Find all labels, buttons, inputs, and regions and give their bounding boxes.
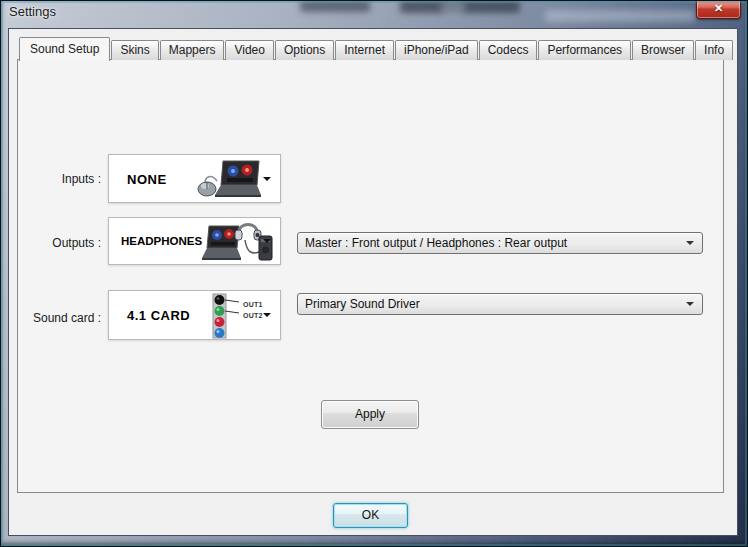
dropdown-arrow-icon [263, 313, 271, 317]
output-routing-value: Master : Front output / Headphones : Rea… [305, 236, 567, 250]
sound-card-label: Sound card : [18, 311, 101, 325]
tab-internet[interactable]: Internet [335, 40, 394, 60]
tab-sound-setup[interactable]: Sound Setup [19, 37, 110, 61]
close-icon: ✕ [714, 2, 723, 14]
outputs-label: Outputs : [18, 236, 101, 250]
sound-driver-value: Primary Sound Driver [305, 297, 420, 311]
mouse-laptop-icon [197, 159, 263, 201]
sound-card-selector[interactable]: 4.1 CARD OUT1 OUT2 [108, 290, 281, 340]
settings-tab-control: Sound Setup Skins Mappers Video Options … [17, 36, 724, 493]
tab-options[interactable]: Options [275, 40, 334, 60]
tab-info[interactable]: Info [695, 40, 733, 60]
inputs-label: Inputs : [18, 172, 101, 186]
tab-video[interactable]: Video [225, 40, 273, 60]
sound-driver-combobox[interactable]: Primary Sound Driver [297, 293, 703, 315]
inputs-selected-value: NONE [127, 171, 167, 186]
tab-skins[interactable]: Skins [111, 40, 158, 60]
tab-iphone-ipad[interactable]: iPhone/iPad [395, 40, 478, 60]
tab-browser[interactable]: Browser [632, 40, 694, 60]
window-title: Settings [9, 4, 56, 19]
sound-card-selected-value: 4.1 CARD [127, 308, 190, 323]
tab-strip: Sound Setup Skins Mappers Video Options … [17, 36, 724, 60]
dropdown-arrow-icon [263, 177, 271, 181]
dialog-client-area: Sound Setup Skins Mappers Video Options … [8, 28, 738, 536]
settings-window: Settings ✕ Sound Setup Skins Mappers Vid… [0, 0, 748, 547]
close-button[interactable]: ✕ [696, 0, 741, 19]
output-routing-combobox[interactable]: Master : Front output / Headphones : Rea… [297, 232, 703, 254]
outputs-selected-value: HEADPHONES [121, 235, 202, 247]
dropdown-arrow-icon [686, 302, 694, 306]
inputs-device-selector[interactable]: NONE [108, 154, 281, 203]
dropdown-arrow-icon [686, 241, 694, 245]
sound-setup-page: Inputs : Outputs : Sound card : NONE [17, 59, 724, 493]
apply-button[interactable]: Apply [321, 400, 419, 429]
tab-codecs[interactable]: Codecs [479, 40, 538, 60]
outputs-device-selector[interactable]: HEADPHONES [108, 217, 281, 265]
tab-mappers[interactable]: Mappers [160, 40, 225, 60]
titlebar[interactable]: Settings ✕ [0, 0, 748, 28]
ok-button[interactable]: OK [333, 503, 408, 528]
jack-out1-label: OUT1 [243, 301, 262, 308]
dropdown-arrow-icon [263, 239, 271, 243]
jack-out2-label: OUT2 [243, 312, 262, 319]
tab-performances[interactable]: Performances [538, 40, 631, 60]
